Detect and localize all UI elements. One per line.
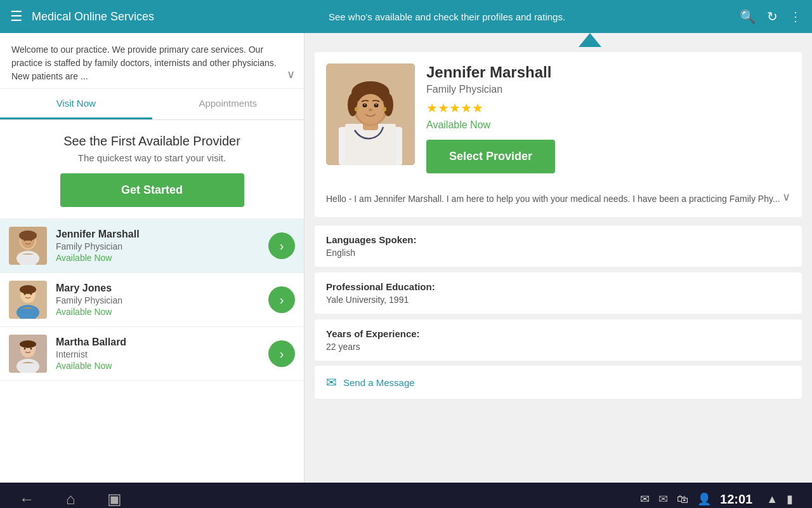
profile-icon: 👤 — [697, 492, 711, 506]
shop-icon: 🛍 — [677, 493, 688, 506]
provider-status-jennifer: Available Now — [56, 253, 268, 263]
provider-arrow-mary[interactable]: › — [268, 286, 295, 313]
selected-provider-specialty: Family Physician — [426, 84, 790, 95]
languages-value: English — [326, 248, 790, 258]
provider-name-jennifer: Jennifer Marshall — [56, 229, 268, 240]
right-panel: Jennifer Marshall Family Physician ★★★★★… — [304, 33, 812, 483]
tab-appointments[interactable]: Appointments — [152, 89, 304, 119]
expand-bio-icon[interactable]: ∨ — [782, 189, 790, 206]
provider-info-jennifer: Jennifer Marshall Family Physician Avail… — [56, 229, 268, 263]
provider-arrow-martha[interactable]: › — [268, 340, 295, 367]
main-layout: Welcome to our practice. We provide prim… — [0, 33, 812, 483]
experience-value: 22 years — [326, 342, 790, 352]
top-bar-actions: 🔍 ↻ ⋮ — [740, 9, 802, 24]
svg-point-17 — [24, 348, 26, 350]
send-message-section[interactable]: ✉ Send a Message — [315, 366, 802, 399]
svg-point-7 — [19, 231, 37, 241]
provider-info-martha: Martha Ballard Internist Available Now — [56, 337, 268, 371]
tab-visit-now[interactable]: Visit Now — [0, 89, 152, 119]
provider-info-mary: Mary Jones Family Physician Available No… — [56, 283, 268, 317]
selected-provider-status: Available Now — [426, 119, 790, 131]
education-section: Professional Education: Yale University,… — [315, 272, 802, 314]
nav-icons: ← ⌂ ▣ — [19, 490, 122, 508]
tooltip-arrow — [579, 33, 601, 47]
welcome-text: Welcome to our practice. We provide prim… — [11, 44, 277, 81]
svg-point-30 — [383, 93, 393, 116]
menu-icon[interactable]: ☰ — [10, 8, 23, 25]
provider-detail-info: Jennifer Marshall Family Physician ★★★★★… — [426, 64, 790, 182]
svg-point-18 — [30, 348, 32, 350]
top-bar: ☰ Medical Online Services See who's avai… — [0, 0, 812, 33]
languages-section: Languages Spoken: English — [315, 225, 802, 267]
top-bar-message: See who's available and check their prof… — [154, 11, 740, 22]
provider-specialty-jennifer: Family Physician — [56, 241, 268, 251]
provider-detail-header: Jennifer Marshall Family Physician ★★★★★… — [326, 64, 790, 182]
send-message-text: Send a Message — [343, 377, 415, 388]
svg-rect-20 — [20, 362, 36, 373]
provider-item-jennifer-marshall[interactable]: Jennifer Marshall Family Physician Avail… — [0, 219, 304, 273]
more-icon[interactable]: ⋮ — [789, 9, 802, 24]
status-icons: ✉ ✉ 🛍 👤 12:01 ▲ ▮ — [640, 492, 793, 507]
refresh-icon[interactable]: ↻ — [767, 9, 778, 24]
email-icon-2: ✉ — [658, 492, 668, 506]
provider-list: Jennifer Marshall Family Physician Avail… — [0, 219, 304, 483]
provider-specialty-martha: Internist — [56, 349, 268, 359]
first-available-section: See the First Available Provider The qui… — [0, 120, 304, 219]
provider-detail-card: Jennifer Marshall Family Physician ★★★★★… — [315, 52, 802, 217]
selected-provider-name: Jennifer Marshall — [426, 64, 790, 81]
svg-point-38 — [383, 107, 386, 112]
svg-rect-6 — [20, 253, 36, 265]
experience-label: Years of Experience: — [326, 328, 790, 339]
bottom-bar: ← ⌂ ▣ ✉ ✉ 🛍 👤 12:01 ▲ ▮ — [0, 483, 812, 508]
svg-point-36 — [369, 109, 372, 111]
first-available-heading: See the First Available Provider — [11, 134, 292, 149]
welcome-text-section: Welcome to our practice. We provide prim… — [0, 33, 304, 89]
email-icon-1: ✉ — [640, 492, 650, 506]
svg-point-34 — [364, 104, 365, 105]
provider-item-martha-ballard[interactable]: Martha Ballard Internist Available Now › — [0, 327, 304, 381]
experience-section: Years of Experience: 22 years — [315, 319, 802, 361]
svg-point-14 — [20, 285, 36, 294]
select-provider-button[interactable]: Select Provider — [426, 140, 555, 173]
provider-avatar-jennifer — [9, 227, 47, 265]
battery-icon: ▮ — [787, 492, 793, 506]
tabs-container: Visit Now Appointments — [0, 89, 304, 120]
provider-status-martha: Available Now — [56, 361, 268, 371]
left-panel: Welcome to our practice. We provide prim… — [0, 33, 304, 483]
search-icon[interactable]: 🔍 — [740, 9, 756, 24]
svg-rect-13 — [20, 307, 36, 319]
svg-point-35 — [376, 104, 377, 105]
back-icon[interactable]: ← — [19, 490, 34, 508]
svg-point-29 — [348, 93, 358, 116]
time-display: 12:01 — [720, 492, 752, 507]
provider-stars: ★★★★★ — [426, 100, 790, 116]
provider-specialty-mary: Family Physician — [56, 295, 268, 305]
provider-name-martha: Martha Ballard — [56, 337, 268, 348]
wifi-icon: ▲ — [766, 493, 778, 506]
first-available-subtext: The quickest way to start your visit. — [11, 152, 292, 163]
provider-avatar-mary — [9, 281, 47, 319]
provider-item-mary-jones[interactable]: Mary Jones Family Physician Available No… — [0, 273, 304, 327]
get-started-button[interactable]: Get Started — [60, 173, 244, 207]
message-icon: ✉ — [326, 375, 337, 390]
provider-detail-photo — [326, 64, 415, 165]
expand-welcome-icon[interactable]: ∨ — [287, 66, 295, 83]
app-title: Medical Online Services — [32, 10, 154, 23]
provider-bio: Hello - I am Jennifer Marshall. I am her… — [326, 192, 790, 206]
provider-arrow-jennifer[interactable]: › — [268, 232, 295, 259]
svg-point-37 — [355, 107, 358, 112]
provider-name-mary: Mary Jones — [56, 283, 268, 294]
languages-label: Languages Spoken: — [326, 234, 790, 245]
education-label: Professional Education: — [326, 281, 790, 292]
education-value: Yale University, 1991 — [326, 295, 790, 305]
recents-icon[interactable]: ▣ — [107, 490, 122, 508]
home-icon[interactable]: ⌂ — [66, 490, 75, 508]
provider-status-mary: Available Now — [56, 307, 268, 317]
provider-avatar-martha — [9, 335, 47, 373]
